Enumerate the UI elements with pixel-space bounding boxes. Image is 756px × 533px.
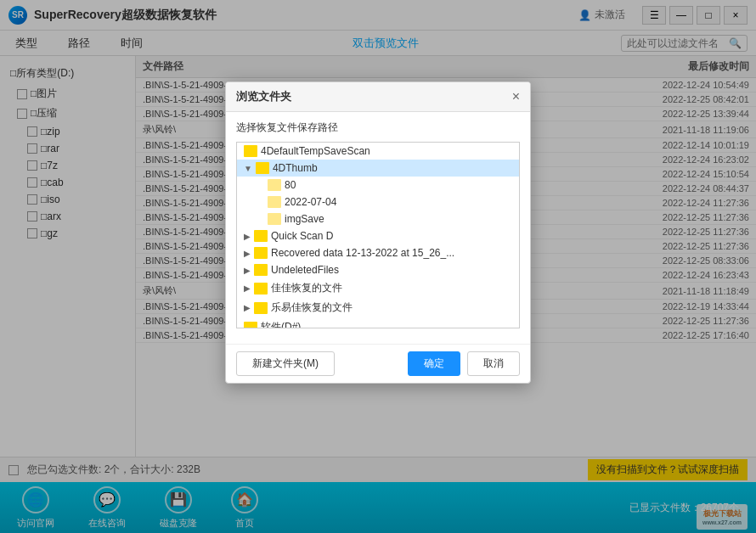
folder-icon — [254, 230, 268, 242]
folder-icon — [268, 213, 281, 225]
dialog-close-button[interactable]: × — [512, 90, 520, 104]
tree-item-label: 4DefaultTempSaveScan — [261, 145, 370, 157]
dialog-overlay: 浏览文件夹 × 选择恢复文件保存路径 4DefaultTempSaveScan … — [0, 0, 756, 533]
tree-item-label: 2022-07-04 — [285, 196, 336, 208]
tree-item-6[interactable]: ▶ Recovered data 12-13-2022 at 15_26_... — [237, 244, 519, 261]
tree-item-label: 4DThumb — [273, 162, 318, 174]
folder-icon — [254, 247, 268, 259]
dialog-title: 浏览文件夹 — [236, 89, 291, 104]
dialog-body: 选择恢复文件保存路径 4DefaultTempSaveScan ▼ 4DThum… — [226, 112, 530, 344]
folder-icon — [244, 322, 257, 329]
folder-icon — [254, 283, 268, 295]
tree-item-label: 乐易佳恢复的文件 — [271, 300, 353, 315]
folder-icon — [254, 302, 268, 314]
cancel-button[interactable]: 取消 — [467, 351, 520, 376]
folder-icon — [254, 264, 268, 276]
new-folder-button[interactable]: 新建文件夹(M) — [236, 351, 335, 376]
confirm-button[interactable]: 确定 — [408, 351, 460, 376]
tree-item-4[interactable]: imgSave — [237, 210, 519, 227]
tree-item-label: Quick Scan D — [271, 230, 333, 242]
dialog-footer: 新建文件夹(M) 确定 取消 — [226, 344, 530, 383]
tree-item-label: Recovered data 12-13-2022 at 15_26_... — [271, 247, 454, 259]
tree-item-1[interactable]: ▼ 4DThumb — [237, 160, 519, 177]
tree-item-10[interactable]: 软件(D#) — [237, 317, 519, 328]
tree-item-0[interactable]: 4DefaultTempSaveScan — [237, 143, 519, 160]
folder-tree[interactable]: 4DefaultTempSaveScan ▼ 4DThumb 80 2022-0… — [236, 142, 520, 328]
folder-icon — [268, 179, 281, 191]
tree-item-label: 佳佳恢复的文件 — [271, 281, 342, 295]
folder-icon — [244, 145, 257, 157]
dialog-subtitle: 选择恢复文件保存路径 — [236, 121, 520, 135]
dialog-header: 浏览文件夹 × — [226, 82, 530, 112]
tree-item-3[interactable]: 2022-07-04 — [237, 194, 519, 210]
tree-item-9[interactable]: ▶ 乐易佳恢复的文件 — [237, 298, 519, 317]
browse-folder-dialog: 浏览文件夹 × 选择恢复文件保存路径 4DefaultTempSaveScan … — [225, 81, 531, 384]
tree-item-7[interactable]: ▶ UndeletedFiles — [237, 261, 519, 278]
tree-item-label: 80 — [285, 179, 296, 191]
tree-item-2[interactable]: 80 — [237, 177, 519, 194]
folder-icon — [268, 196, 281, 208]
tree-item-label: 软件(D#) — [261, 320, 301, 328]
tree-item-label: imgSave — [285, 213, 324, 225]
tree-item-8[interactable]: ▶ 佳佳恢复的文件 — [237, 278, 519, 298]
tree-item-5[interactable]: ▶ Quick Scan D — [237, 227, 519, 244]
folder-icon — [256, 162, 269, 174]
tree-item-label: UndeletedFiles — [271, 264, 339, 276]
